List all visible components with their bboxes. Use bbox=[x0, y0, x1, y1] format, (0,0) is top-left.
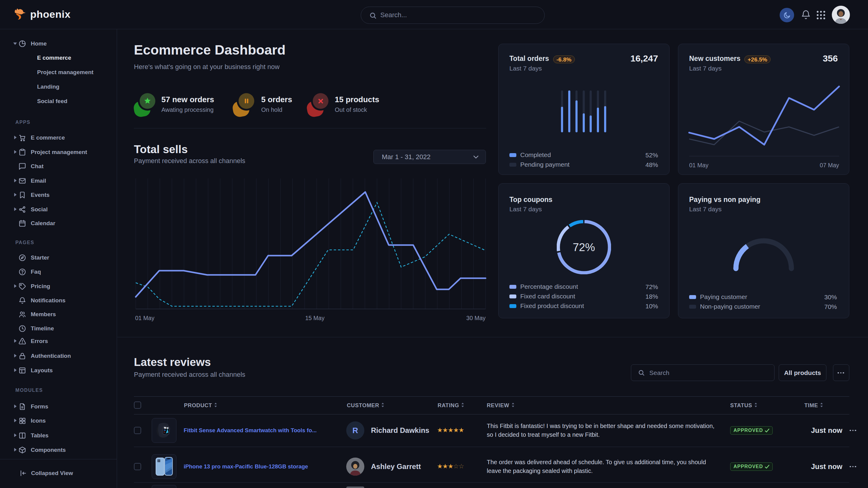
svg-text:07 May: 07 May bbox=[820, 162, 839, 168]
svg-text:72%: 72% bbox=[573, 241, 595, 254]
svg-text:15 May: 15 May bbox=[305, 315, 324, 321]
svg-text:01 May: 01 May bbox=[135, 315, 154, 321]
svg-text:01 May: 01 May bbox=[689, 162, 709, 168]
svg-text:30 May: 30 May bbox=[466, 315, 486, 321]
